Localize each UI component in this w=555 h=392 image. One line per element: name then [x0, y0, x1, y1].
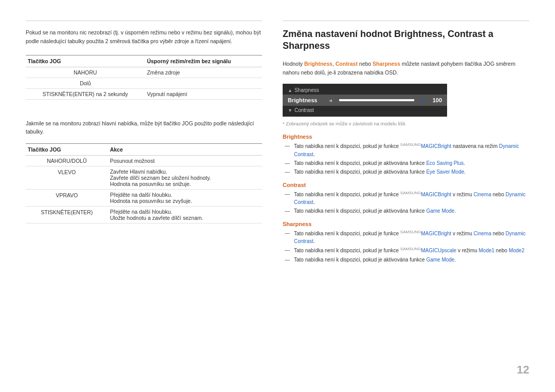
- osd-slider-track: [339, 99, 414, 101]
- table1: Tlačítko JOG Úsporný režim/režim bez sig…: [26, 55, 262, 100]
- sharpness-item2: — Tato nabídka není k dispozici, pokud j…: [283, 246, 529, 254]
- samsung-badge3: SAMSUNG: [400, 230, 421, 234]
- table1-row1-col1: NAHORU: [26, 67, 145, 78]
- sharpness-keyword: Sharpness: [373, 61, 400, 67]
- left-column: Pokud se na monitoru nic nezobrazí (tj. …: [26, 21, 262, 371]
- right-top-divider: [283, 21, 529, 21]
- t2r1c2: Posunout možnost: [108, 156, 262, 166]
- dash-icon: —: [285, 246, 291, 254]
- osd-value: 100: [430, 97, 442, 103]
- osd-contrast-label: Contrast: [294, 107, 314, 113]
- magic-bright-link: MAGICBright: [421, 144, 451, 150]
- dash-icon: —: [285, 159, 291, 167]
- intro-text: Pokud se na monitoru nic nezobrazí (tj. …: [26, 28, 262, 46]
- arrow-up-icon: ▲: [288, 88, 292, 93]
- section-desc: Hodnoty Brightness, Contrast nebo Sharpn…: [283, 60, 529, 77]
- eye-saver-link: Eye Saver Mode: [426, 169, 464, 175]
- brightness-keyword: Brightness: [304, 61, 332, 67]
- osd-brightness-row: Brightness ◄ ► 100: [283, 95, 447, 106]
- table1-row3-col2: Vypnutí napájení: [145, 88, 262, 99]
- contrast-section-title: Contrast: [283, 182, 529, 188]
- t2r3c1: VPRAVO: [26, 190, 108, 207]
- table1-row1-col2: Změna zdroje: [145, 67, 262, 78]
- samsung-badge2: SAMSUNG: [400, 191, 421, 195]
- image-note: * Zobrazený obrázek se může v závislosti…: [283, 121, 529, 126]
- section-title: Změna nastavení hodnot Brightness, Contr…: [283, 28, 529, 52]
- table1-row2-col2: [145, 78, 262, 88]
- dash-icon: —: [285, 207, 291, 215]
- dash-icon: —: [285, 142, 291, 150]
- table1-row3-col1: STISKNĚTE(ENTER) na 2 sekundy: [26, 88, 145, 99]
- sharpness-section: Sharpness — Tato nabídka není k dispozic…: [283, 221, 529, 265]
- mode1-link: Mode1: [479, 248, 495, 254]
- table-row: NAHORU/DOLŮ Posunout možnost: [26, 156, 262, 166]
- table-row: STISKNĚTE(ENTER) na 2 sekundy Vypnutí na…: [26, 88, 262, 99]
- page-number: 12: [517, 363, 529, 377]
- cinema-link2: Cinema: [474, 231, 491, 236]
- contrast-section: Contrast — Tato nabídka není k dispozici…: [283, 182, 529, 216]
- contrast-item2-text: Tato nabídka není k dispozici, pokud je …: [294, 207, 456, 215]
- section-note: Jakmile se na monitoru zobrazí hlavní na…: [26, 119, 262, 137]
- t2r2c2: Zavřete Hlavní nabídku. Zavřete dílčí se…: [108, 166, 262, 190]
- brightness-item2-text: Tato nabídka není k dispozici, pokud je …: [294, 159, 465, 167]
- game-mode-link1: Game Mode: [426, 208, 454, 214]
- t2r3c2: Přejděte na další hloubku. Hodnota na po…: [108, 190, 262, 207]
- brightness-item2: — Tato nabídka není k dispozici, pokud j…: [283, 159, 529, 167]
- contrast-keyword: Contrast: [336, 61, 358, 67]
- desc-text3: nebo: [358, 61, 373, 67]
- table1-col1-header: Tlačítko JOG: [26, 55, 145, 67]
- contrast-item2: — Tato nabídka není k dispozici, pokud j…: [283, 207, 529, 215]
- brightness-item3: — Tato nabídka není k dispozici, pokud j…: [283, 168, 529, 176]
- dash-icon: —: [285, 190, 291, 198]
- table1-row2-col1: Dolů: [26, 78, 145, 88]
- brightness-item3-text: Tato nabídka není k dispozici, pokud je …: [294, 168, 466, 176]
- samsung-badge4: SAMSUNG: [400, 247, 421, 251]
- page-container: Pokud se na monitoru nic nezobrazí (tj. …: [0, 0, 555, 392]
- desc-text1: Hodnoty: [283, 61, 304, 67]
- cinema-link1: Cinema: [474, 192, 491, 197]
- table2-col2-header: Akce: [108, 144, 262, 156]
- brightness-section: Brightness — Tato nabídka není k dispozi…: [283, 134, 529, 176]
- table-row: NAHORU Změna zdroje: [26, 67, 262, 78]
- table1-section: Tlačítko JOG Úsporný režim/režim bez sig…: [26, 55, 262, 100]
- dash-icon: —: [285, 168, 291, 176]
- sharpness-item1: — Tato nabídka není k dispozici, pokud j…: [283, 229, 529, 245]
- table2: Tlačítko JOG Akce NAHORU/DOLŮ Posunout m…: [26, 143, 262, 223]
- mode2-link: Mode2: [509, 248, 525, 254]
- contrast-item1-text: Tato nabídka není k dispozici, pokud je …: [294, 190, 529, 206]
- magic-bright-link2: MAGICBright: [421, 192, 451, 197]
- osd-arrow-left-icon: ◄: [328, 98, 333, 103]
- t2r4c2: Přejděte na další hloubku. Uložte hodnot…: [108, 207, 262, 223]
- table2-col1-header: Tlačítko JOG: [26, 144, 108, 156]
- game-mode-link2: Game Mode: [426, 257, 454, 263]
- osd-arrow-right-icon: ►: [420, 98, 425, 103]
- table-row: STISKNĚTE(ENTER) Přejděte na další hloub…: [26, 207, 262, 223]
- t2r4c1: STISKNĚTE(ENTER): [26, 207, 108, 223]
- brightness-section-title: Brightness: [283, 134, 529, 140]
- arrow-down-icon: ▼: [288, 108, 292, 113]
- sharpness-item3: — Tato nabídka není k dispozici, pokud j…: [283, 256, 529, 264]
- t2r2c1: VLEVO: [26, 166, 108, 190]
- osd-sharpness-row: ▲ Sharpness: [283, 86, 447, 95]
- brightness-item1: — Tato nabídka není k dispozici, pokud j…: [283, 142, 529, 158]
- eco-saving-link: Eco Saving Plus: [426, 160, 464, 166]
- magic-bright-link3: MAGICBright: [421, 231, 451, 236]
- magic-upscale-link: MAGICUpscale: [421, 248, 456, 254]
- sharpness-item3-text: Tato nabídka není k dispozici, pokud je …: [294, 256, 456, 264]
- osd-widget: ▲ Sharpness Brightness ◄ ► 100 ▼ Contras…: [283, 84, 447, 117]
- osd-contrast-row: ▼ Contrast: [283, 106, 447, 115]
- dash-icon: —: [285, 229, 291, 237]
- t2r1c1: NAHORU/DOLŮ: [26, 156, 108, 166]
- samsung-badge: SAMSUNG: [400, 142, 421, 147]
- osd-sharpness-label: Sharpness: [294, 87, 319, 93]
- sharpness-item2-text: Tato nabídka není k dispozici, pokud je …: [294, 246, 524, 254]
- table-row: VPRAVO Přejděte na další hloubku. Hodnot…: [26, 190, 262, 207]
- brightness-item1-text: Tato nabídka není k dispozici, pokud je …: [294, 142, 529, 158]
- right-column: Změna nastavení hodnot Brightness, Contr…: [283, 21, 529, 371]
- sharpness-section-title: Sharpness: [283, 221, 529, 227]
- osd-slider-fill: [339, 99, 414, 101]
- table2-section: Tlačítko JOG Akce NAHORU/DOLŮ Posunout m…: [26, 143, 262, 223]
- table-row: Dolů: [26, 78, 262, 88]
- table1-col2-header: Úsporný režim/režim bez signálu: [145, 55, 262, 67]
- sharpness-item1-text: Tato nabídka není k dispozici, pokud je …: [294, 229, 529, 245]
